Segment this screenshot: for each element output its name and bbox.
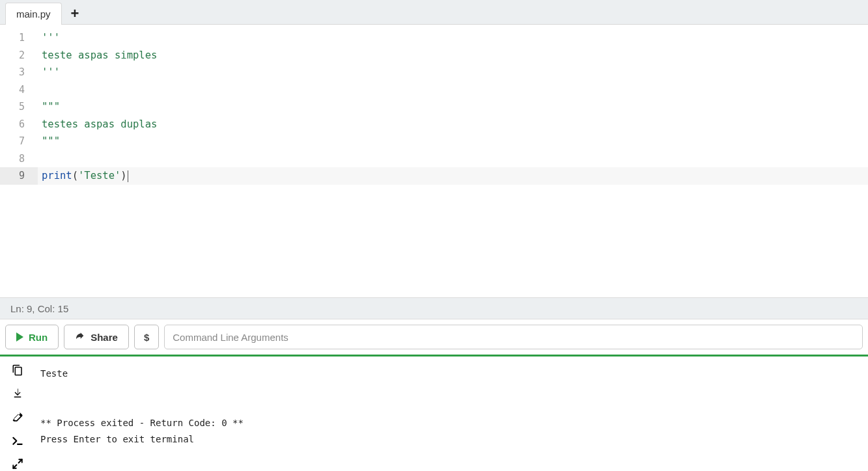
- code-line[interactable]: ''': [38, 29, 868, 47]
- expand-icon[interactable]: [10, 457, 25, 471]
- play-icon: [16, 332, 23, 342]
- command-line-args-input[interactable]: [164, 325, 863, 349]
- line-number: 6: [0, 116, 38, 133]
- cursor-position: Ln: 9, Col: 15: [10, 303, 68, 314]
- terminal-prompt-icon[interactable]: [10, 433, 25, 448]
- share-label: Share: [91, 332, 118, 343]
- code-line[interactable]: ''': [38, 64, 868, 81]
- line-number: 7: [0, 133, 38, 150]
- editor-area: 123456789 '''teste aspas simples'''"""te…: [0, 25, 868, 297]
- dollar-button[interactable]: $: [134, 325, 159, 349]
- terminal-panel: Teste ** Process exited - Return Code: 0…: [0, 355, 868, 471]
- plus-icon: +: [71, 5, 79, 22]
- text-cursor: [128, 170, 128, 182]
- tab-label: main.py: [16, 8, 51, 20]
- tab-bar: main.py +: [0, 0, 868, 25]
- code-line[interactable]: teste aspas simples: [38, 47, 868, 64]
- code-line[interactable]: """: [38, 98, 868, 116]
- action-bar: Run Share $: [0, 319, 868, 355]
- terminal-output[interactable]: Teste ** Process exited - Return Code: 0…: [35, 357, 868, 471]
- dollar-label: $: [144, 332, 149, 343]
- status-bar: Ln: 9, Col: 15: [0, 297, 868, 319]
- terminal-toolbar: [0, 357, 35, 471]
- tab-main-py[interactable]: main.py: [5, 3, 62, 25]
- line-number: 2: [0, 47, 38, 64]
- line-number-gutter: 123456789: [0, 25, 38, 297]
- line-number: 1: [0, 29, 38, 47]
- line-number: 5: [0, 98, 38, 116]
- line-number: 8: [0, 150, 38, 168]
- code-line[interactable]: """: [38, 133, 868, 150]
- new-tab-button[interactable]: +: [62, 3, 89, 25]
- share-button[interactable]: Share: [64, 325, 129, 349]
- code-line[interactable]: print('Teste'): [38, 167, 868, 185]
- line-number: 3: [0, 64, 38, 81]
- run-label: Run: [29, 332, 48, 343]
- code-editor[interactable]: '''teste aspas simples'''"""testes aspas…: [38, 25, 868, 297]
- copy-icon[interactable]: [10, 363, 25, 377]
- run-button[interactable]: Run: [5, 325, 59, 349]
- line-number: 4: [0, 81, 38, 99]
- code-line[interactable]: testes aspas duplas: [38, 116, 868, 133]
- eraser-icon[interactable]: [10, 410, 25, 424]
- code-line[interactable]: [38, 150, 868, 168]
- line-number: 9: [0, 167, 38, 185]
- code-line[interactable]: [38, 81, 868, 99]
- share-icon: [75, 330, 85, 343]
- download-icon[interactable]: [10, 386, 25, 401]
